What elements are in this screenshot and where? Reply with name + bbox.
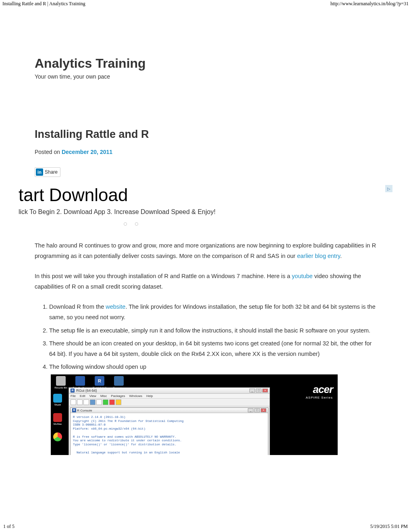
r-console-window[interactable]: R R Console _ □ × R version 2.14.0 (2011… <box>70 407 268 455</box>
menu-item[interactable]: Help <box>146 394 153 398</box>
desktop-icon[interactable]: Recycle Bin <box>53 376 68 389</box>
ad-block[interactable]: ▷ tart Download lick To Begin 2. Downloa… <box>19 185 376 228</box>
minimize-button[interactable]: _ <box>249 389 255 393</box>
desktop-icon[interactable] <box>53 432 62 442</box>
list-item: There should be an icon created on your … <box>49 338 376 359</box>
doc-title: Installing Rattle and R | Analytics Trai… <box>2 1 85 7</box>
acer-series: ASPIRE Series <box>306 396 333 399</box>
post-title: Installing Rattle and R <box>35 128 376 141</box>
toolbar-button[interactable] <box>116 399 121 405</box>
ad-headline: tart Download <box>19 185 376 205</box>
r-icon: R <box>95 376 104 386</box>
toolbar <box>69 399 270 406</box>
menu-item[interactable]: View <box>89 394 96 398</box>
menu-item[interactable]: Windows <box>129 394 142 398</box>
ad-carousel-dots[interactable]: ○ ○ <box>123 220 376 228</box>
post-date-link[interactable]: December 20, 2011 <box>62 149 112 155</box>
mcafee-icon <box>53 413 62 422</box>
maximize-button[interactable]: □ <box>256 389 262 393</box>
rgui-window[interactable]: RRGui (64-bit) _ □ × File Edit View Misc… <box>68 387 270 455</box>
ad-subtext: lick To Begin 2. Download App 3. Increas… <box>19 208 376 216</box>
site-tagline: Your own time, your own pace <box>35 73 376 80</box>
acer-logo: acer <box>306 383 333 396</box>
file-icon <box>75 376 85 386</box>
toolbar-button[interactable] <box>83 399 89 405</box>
maximize-button[interactable]: □ <box>254 408 260 412</box>
menu-item[interactable]: File <box>71 394 76 398</box>
toolbar-button[interactable] <box>71 399 76 405</box>
computer-icon <box>114 376 124 386</box>
minimize-button[interactable]: _ <box>248 408 253 412</box>
paragraph-intro: The halo around R continues to grow and … <box>35 240 376 261</box>
desktop-icon[interactable]: McAfee <box>53 413 62 425</box>
toolbar-button[interactable] <box>90 399 95 405</box>
instruction-list: Download R from the website. The link pr… <box>35 301 376 372</box>
post-meta: Posted on December 20, 2011 <box>35 149 376 155</box>
menu-item[interactable]: Packages <box>111 394 125 398</box>
share-label: Share <box>45 169 58 175</box>
console-output[interactable]: R version 2.14.0 (2011-10-31) Copyright … <box>71 413 268 455</box>
skype-icon <box>53 394 62 403</box>
rgui-screenshot: Recycle Bin EchoPa_Do... RR x64 2.14.0 C… <box>51 374 338 455</box>
close-button[interactable]: × <box>262 389 268 393</box>
linkedin-share-button[interactable]: in Share <box>35 167 60 177</box>
window-title: RGui (64-bit) <box>76 389 97 393</box>
toolbar-button[interactable] <box>77 399 83 405</box>
r-website-link[interactable]: website <box>106 303 125 310</box>
site-title[interactable]: Analytics Training <box>35 56 376 71</box>
menu-item[interactable]: Misc <box>100 394 107 398</box>
menu-item[interactable]: Edit <box>80 394 85 398</box>
earlier-blog-link[interactable]: earlier blog entry <box>297 253 340 259</box>
toolbar-button[interactable] <box>109 399 115 405</box>
youtube-link[interactable]: youtube <box>292 273 313 279</box>
menu-bar: File Edit View Misc Packages Windows Hel… <box>69 394 270 399</box>
posted-on-label: Posted on <box>35 149 62 155</box>
paragraph-youtube: In this post we will take you through in… <box>35 271 376 292</box>
adchoices-icon[interactable]: ▷ <box>385 185 392 192</box>
r-app-icon: R <box>71 389 75 393</box>
page-header-bar: Installing Rattle and R | Analytics Trai… <box>0 0 411 8</box>
browser-icon <box>53 432 62 441</box>
desktop-icon[interactable]: Skype <box>53 394 62 406</box>
toolbar-button[interactable] <box>96 399 102 405</box>
close-button[interactable]: × <box>261 408 266 412</box>
desktop-side-icons: Skype McAfee <box>53 394 62 442</box>
doc-url: http://www.learnanalytics.in/blog/?p=31 <box>330 1 409 7</box>
laptop-brand: acer ASPIRE Series <box>306 383 333 399</box>
r-app-icon: R <box>72 408 76 412</box>
list-item: The following window should open up <box>49 362 376 372</box>
list-item: The setup file is an executable, simply … <box>49 325 376 336</box>
console-titlebar[interactable]: R R Console _ □ × <box>71 408 268 413</box>
linkedin-icon: in <box>36 168 43 176</box>
window-titlebar[interactable]: RRGui (64-bit) _ □ × <box>69 388 270 394</box>
recycle-bin-icon <box>56 376 66 386</box>
page-content: Analytics Training Your own time, your o… <box>0 8 411 467</box>
list-item: Download R from the website. The link pr… <box>49 301 376 322</box>
toolbar-button[interactable] <box>103 399 108 405</box>
